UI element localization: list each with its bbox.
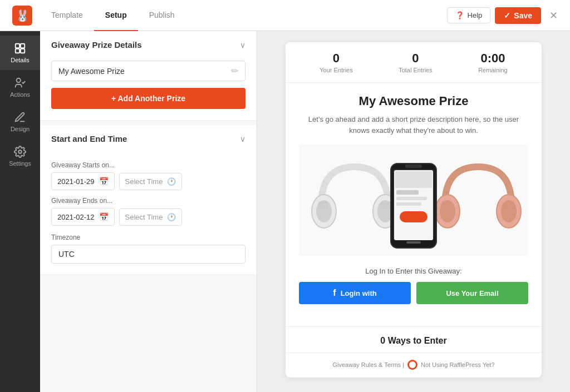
sidebar-item-settings[interactable]: Settings	[0, 139, 40, 173]
footer-logo-icon	[407, 360, 417, 370]
actions-icon	[14, 77, 26, 89]
end-clock-icon: 🕐	[167, 213, 176, 221]
prize-chevron-icon: ∨	[240, 41, 245, 49]
total-entries-value: 0	[399, 51, 433, 66]
start-clock-icon: 🕐	[167, 177, 176, 186]
edit-icon[interactable]: ✏	[231, 66, 238, 76]
actions-label: Actions	[10, 91, 30, 98]
facebook-icon: f	[333, 288, 336, 298]
tab-publish[interactable]: Publish	[138, 0, 186, 31]
svg-rect-5	[21, 49, 24, 53]
tab-setup[interactable]: Setup	[94, 0, 138, 31]
start-date-input[interactable]: 2021-01-29 📅	[51, 172, 115, 190]
headphones-right-image	[434, 156, 523, 250]
save-button[interactable]: ✓ Save	[495, 7, 541, 24]
close-button[interactable]: ✕	[546, 8, 561, 23]
prize-name-input[interactable]	[58, 67, 231, 76]
tab-template[interactable]: Template	[40, 0, 94, 31]
sidebar-item-actions[interactable]: Actions	[0, 70, 40, 105]
facebook-login-button[interactable]: f Login with	[299, 282, 411, 304]
preview-area: 0 Your Entries 0 Total Entries 0:00 Rema…	[257, 31, 570, 392]
preview-image-area	[299, 145, 528, 256]
save-label: Save	[514, 11, 532, 20]
email-login-button[interactable]: Use Your Email	[416, 282, 528, 304]
checkmark-icon: ✓	[504, 11, 510, 20]
svg-rect-2	[16, 44, 19, 48]
svg-point-30	[409, 361, 416, 368]
svg-rect-21	[400, 211, 428, 222]
login-label: Log In to Enter this Giveaway:	[299, 267, 528, 275]
settings-label: Settings	[9, 160, 31, 167]
svg-rect-22	[405, 165, 422, 168]
preview-prize-description: Let's go ahead and add a short prize des…	[299, 114, 528, 136]
svg-rect-20	[396, 202, 421, 206]
end-calendar-icon: 📅	[99, 212, 109, 221]
sidebar-item-details[interactable]: Details	[0, 36, 40, 70]
phone-center-image	[389, 161, 439, 250]
time-chevron-icon: ∨	[240, 135, 245, 143]
svg-rect-12	[318, 201, 328, 209]
svg-rect-17	[395, 171, 432, 188]
preview-prize-title: My Awesome Prize	[299, 94, 528, 108]
time-section-title: Start and End Time	[51, 134, 127, 143]
svg-rect-23	[406, 241, 421, 244]
help-label: Help	[468, 11, 483, 19]
start-time-placeholder: Select Time	[125, 177, 163, 186]
svg-rect-18	[396, 190, 419, 195]
total-entries-stat: 0 Total Entries	[399, 51, 433, 73]
details-label: Details	[11, 57, 30, 63]
start-calendar-icon: 📅	[99, 177, 109, 186]
prize-input-row: ✏	[51, 61, 245, 81]
end-date-input[interactable]: 2021-02-12 📅	[51, 208, 115, 226]
your-entries-value: 0	[320, 51, 353, 66]
preview-footer: Giveaway Rules & Terms | Not Using Raffl…	[286, 353, 542, 378]
prize-section-title: Giveaway Prize Details	[51, 40, 142, 49]
svg-rect-4	[16, 49, 19, 53]
time-section: Start and End Time ∨ Giveaway Starts on.…	[40, 125, 257, 275]
footer-rules-text: Giveaway Rules & Terms |	[332, 361, 404, 368]
end-time-select[interactable]: Select Time 🕐	[119, 209, 183, 226]
remaining-stat: 0:00 Remaining	[478, 51, 508, 73]
start-datetime-row: 2021-01-29 📅 Select Time 🕐	[51, 172, 245, 190]
design-icon	[14, 111, 26, 123]
logo: 🐰	[9, 0, 36, 31]
settings-icon	[14, 146, 26, 158]
timezone-input[interactable]	[51, 245, 245, 264]
end-time-placeholder: Select Time	[125, 213, 163, 221]
end-datetime-row: 2021-02-12 📅 Select Time 🕐	[51, 208, 245, 226]
details-icon	[14, 42, 26, 54]
remaining-label: Remaining	[478, 67, 508, 73]
start-date-value: 2021-01-29	[57, 177, 95, 186]
sidebar: Details Actions Design Settings	[0, 31, 40, 392]
your-entries-label: Your Entries	[320, 67, 353, 73]
login-buttons-row: f Login with Use Your Email	[299, 282, 528, 304]
remaining-value: 0:00	[478, 51, 508, 66]
design-label: Design	[11, 126, 30, 132]
svg-text:🐰: 🐰	[16, 9, 30, 22]
starts-label: Giveaway Starts on...	[51, 161, 245, 169]
your-entries-stat: 0 Your Entries	[320, 51, 353, 73]
sidebar-item-design[interactable]: Design	[0, 105, 40, 139]
left-panel: Giveaway Prize Details ∨ ✏ + Add Another…	[40, 31, 257, 392]
footer-not-using-text: Not Using RafflePress Yet?	[421, 361, 494, 368]
ways-to-enter-title: 0 Ways to Enter	[286, 327, 542, 353]
start-time-select[interactable]: Select Time 🕐	[119, 173, 183, 190]
fb-btn-label: Login with	[341, 289, 377, 297]
prize-section: Giveaway Prize Details ∨ ✏ + Add Another…	[40, 31, 257, 121]
svg-point-7	[18, 150, 22, 153]
headphones-left-image	[310, 156, 399, 250]
prize-section-header[interactable]: Giveaway Prize Details ∨	[40, 31, 257, 58]
add-prize-button[interactable]: + Add Another Prize	[51, 88, 245, 109]
preview-stats: 0 Your Entries 0 Total Entries 0:00 Rema…	[286, 42, 542, 83]
svg-rect-3	[21, 44, 24, 48]
end-date-value: 2021-02-12	[57, 213, 95, 221]
help-icon: ❓	[455, 11, 464, 19]
svg-point-6	[17, 78, 21, 82]
total-entries-label: Total Entries	[399, 67, 433, 73]
help-button[interactable]: ❓ Help	[447, 7, 491, 23]
time-section-header[interactable]: Start and End Time ∨	[40, 125, 257, 152]
preview-card: 0 Your Entries 0 Total Entries 0:00 Rema…	[286, 42, 542, 378]
svg-rect-29	[504, 201, 514, 209]
svg-rect-28	[442, 201, 452, 209]
preview-body: My Awesome Prize Let's go ahead and add …	[286, 83, 542, 326]
